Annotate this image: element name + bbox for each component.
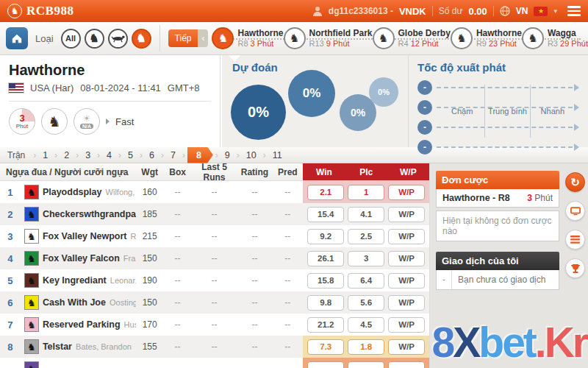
box-value: -- bbox=[164, 297, 192, 308]
win-odds-button[interactable]: 15.4 bbox=[307, 207, 344, 222]
leaderboard-button[interactable] bbox=[565, 258, 585, 278]
no-bets-message: Hiện tại không có đơn cược nào bbox=[436, 210, 559, 241]
plc-odds-button[interactable] bbox=[348, 361, 384, 368]
wp-button[interactable]: W/P bbox=[388, 295, 425, 311]
plc-odds-button[interactable]: 3 bbox=[348, 251, 384, 266]
col-rating: Rating bbox=[237, 167, 272, 177]
trophy-icon bbox=[570, 263, 581, 274]
race-number-tab-6[interactable]: 6 bbox=[149, 150, 154, 160]
last5-value: -- bbox=[192, 342, 237, 352]
race-tab[interactable]: ♞ Hawthorne R9 23 Phút bbox=[451, 27, 522, 49]
top-bar: ♞ RCB988 dg11c2336013 - VNDK Số dư 0.00 … bbox=[0, 0, 588, 22]
race-number-tab-1[interactable]: 1 bbox=[43, 150, 48, 160]
plc-odds-button[interactable]: 2.5 bbox=[348, 229, 384, 244]
wp-button[interactable] bbox=[388, 361, 425, 368]
results-list-button[interactable] bbox=[565, 230, 585, 250]
wp-button[interactable]: W/P bbox=[388, 273, 425, 289]
race-number-tab-11[interactable]: 11 bbox=[273, 150, 282, 160]
last5-value: -- bbox=[192, 253, 237, 263]
wp-button[interactable]: W/P bbox=[388, 251, 425, 266]
wp-button[interactable]: W/P bbox=[388, 229, 425, 244]
separator-chevron: › bbox=[118, 150, 121, 160]
harness-icon: ♞ bbox=[48, 113, 60, 130]
plc-odds-button[interactable]: 4.5 bbox=[348, 317, 384, 333]
speed-handle[interactable]: - bbox=[417, 120, 432, 135]
speed-handle[interactable]: - bbox=[417, 140, 432, 155]
race-number-tab-3[interactable]: 3 bbox=[85, 150, 90, 160]
plc-odds-button[interactable]: 1 bbox=[348, 185, 384, 200]
list-icon bbox=[570, 236, 580, 244]
win-odds-button[interactable]: 26.1 bbox=[307, 251, 344, 266]
refresh-button[interactable]: ↻ bbox=[565, 172, 585, 192]
race-number-tab-8[interactable]: 8 bbox=[187, 147, 213, 163]
wp-button[interactable]: W/P bbox=[388, 317, 425, 333]
plc-odds-button[interactable]: 1.8 bbox=[348, 339, 384, 355]
filter-greyhound-button[interactable] bbox=[108, 29, 128, 49]
race-tab[interactable]: ♞ Hawthorne R8 3 Phút bbox=[212, 27, 283, 49]
filter-all-button[interactable]: All bbox=[61, 29, 81, 49]
next-races-button[interactable]: Tiếp bbox=[168, 29, 198, 47]
silk-icon: ♞ bbox=[24, 185, 39, 199]
weather-icon: ☀ bbox=[83, 114, 91, 123]
chevron-left-icon[interactable]: ‹ bbox=[198, 29, 208, 47]
last5-value: -- bbox=[192, 297, 237, 308]
separator-chevron: › bbox=[263, 150, 266, 160]
odds-group: 26.1 3 W/P bbox=[303, 247, 429, 269]
race-tab-time: 12 Phút bbox=[411, 39, 439, 48]
weather-value: N/A bbox=[80, 124, 93, 129]
race-tab-number: R8 bbox=[237, 39, 248, 48]
wp-button[interactable]: W/P bbox=[388, 339, 425, 355]
win-odds-button[interactable]: 15.8 bbox=[307, 273, 344, 289]
plc-odds-button[interactable]: 5.6 bbox=[348, 295, 384, 311]
time-number: 3 bbox=[19, 113, 24, 123]
wp-button[interactable]: W/P bbox=[388, 185, 425, 200]
bet-race-time: 3 Phút bbox=[527, 193, 553, 203]
race-number-tab-2[interactable]: 2 bbox=[64, 150, 69, 160]
table-body: 1 ♞ Playoddsplay Wilfong, ... 160 -- -- … bbox=[0, 181, 429, 368]
vietnam-flag-icon[interactable]: ★ bbox=[534, 7, 548, 16]
box-value: -- bbox=[164, 342, 192, 352]
last5-value: -- bbox=[192, 187, 237, 197]
win-odds-button[interactable]: 21.2 bbox=[307, 317, 344, 333]
speed-handle[interactable]: - bbox=[417, 80, 432, 95]
plc-odds-button[interactable]: 4.1 bbox=[348, 207, 384, 222]
prediction-panel: Dự đoán 0%0%0%0% bbox=[220, 55, 408, 147]
race-number-tab-4[interactable]: 4 bbox=[107, 150, 112, 160]
filter-harness-button[interactable]: ♞ bbox=[132, 29, 151, 49]
wp-button[interactable]: W/P bbox=[388, 207, 425, 222]
brand-name: RCB988 bbox=[26, 4, 74, 18]
win-odds-button[interactable] bbox=[307, 361, 344, 368]
win-odds-button[interactable]: 9.2 bbox=[307, 229, 344, 244]
bets-header: Đơn cược bbox=[436, 171, 559, 189]
race-tab-time: 9 Phút bbox=[326, 39, 350, 48]
speed-handle[interactable]: - bbox=[417, 100, 432, 115]
race-number-tab-9[interactable]: 9 bbox=[225, 150, 230, 160]
speed-rows: - - - - bbox=[417, 77, 579, 157]
menu-icon[interactable] bbox=[567, 4, 581, 18]
pred-value: -- bbox=[272, 209, 303, 219]
win-odds-button[interactable]: 9.8 bbox=[307, 295, 344, 311]
race-number-tab-5[interactable]: 5 bbox=[128, 150, 133, 160]
last5-value: -- bbox=[192, 209, 237, 219]
race-number-tab-7[interactable]: 7 bbox=[171, 150, 176, 160]
home-button[interactable] bbox=[6, 27, 28, 49]
live-stream-button[interactable] bbox=[565, 201, 585, 221]
race-tab[interactable]: ♞ Northfield Park R13 9 Phút bbox=[284, 27, 373, 49]
race-tab[interactable]: ♞ Globe Derby R4 12 Phút bbox=[373, 27, 451, 49]
plc-odds-button[interactable]: 6.4 bbox=[348, 273, 384, 289]
race-number-tab-10[interactable]: 10 bbox=[246, 150, 257, 160]
speed-row: - bbox=[417, 97, 579, 117]
odds-group: 15.4 4.1 W/P bbox=[303, 203, 429, 225]
divider bbox=[432, 6, 433, 16]
horse-name: Telstar bbox=[43, 342, 72, 352]
table-row: 2 ♞ Checkerswthgrandpa ... 185 -- -- -- … bbox=[0, 203, 429, 225]
filter-horse-racing-button[interactable]: ♞ bbox=[85, 29, 104, 49]
win-odds-button[interactable]: 2.1 bbox=[307, 185, 344, 200]
chevron-down-icon[interactable]: ▾ bbox=[553, 7, 557, 15]
race-tab[interactable]: ♞ Wagga R3 29 Phút bbox=[522, 27, 588, 49]
odds-header: Win Plc W/P bbox=[303, 163, 429, 180]
brand-logo[interactable]: ♞ RCB988 bbox=[7, 4, 74, 18]
box-value: -- bbox=[164, 319, 192, 330]
harness-icon: ♞ bbox=[136, 32, 146, 45]
win-odds-button[interactable]: 7.3 bbox=[307, 339, 344, 355]
